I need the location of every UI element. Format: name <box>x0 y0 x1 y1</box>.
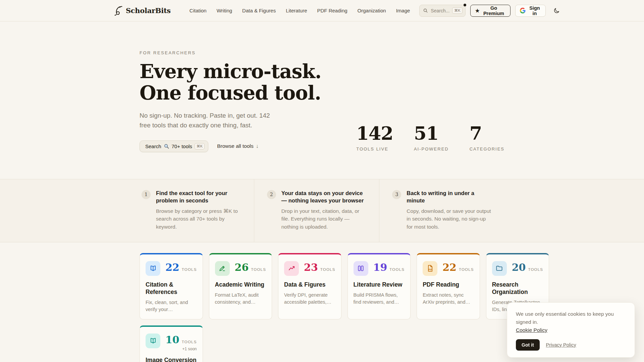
category-description: Verify DPI, generate accessible palettes… <box>284 292 335 306</box>
dark-mode-toggle[interactable] <box>553 7 560 14</box>
books-icon <box>354 261 368 276</box>
brand-logo[interactable]: ScholarBits <box>114 5 171 16</box>
hero-eyebrow: FOR RESEARCHERS <box>140 50 321 55</box>
tool-count-unit: TOOLS <box>528 267 543 272</box>
category-title: Data & Figures <box>284 281 335 289</box>
tool-count-unit: TOOLS <box>251 267 266 272</box>
nav-item-data-figures[interactable]: Data & Figures <box>242 8 276 13</box>
category-card-academic-writing[interactable]: 26 TOOLS Academic Writing Format LaTeX, … <box>209 253 272 319</box>
stat-categories: 7 CATEGORIES <box>470 124 504 152</box>
tool-count-unit: TOOLS <box>182 340 197 344</box>
category-card-data-figures[interactable]: 23 TOOLS Data & Figures Verify DPI, gene… <box>278 253 341 319</box>
category-card-image-conversion[interactable]: 10 TOOLS +1 soon Image Conversion Conver… <box>140 325 203 362</box>
pencil-icon <box>215 261 230 276</box>
category-description: Fix, clean, sort, and verify your… <box>146 299 197 313</box>
category-title: Academic Writing <box>215 281 266 289</box>
stat-ai-powered: 51 AI-POWERED <box>414 124 449 152</box>
scholarbits-logo-icon <box>114 5 123 16</box>
stat-label: AI-POWERED <box>414 146 449 152</box>
main-content: FOR RESEARCHERS Every micro-task. One fo… <box>140 21 504 152</box>
how-it-works-band: 1 Find the exact tool for your problem i… <box>0 179 644 242</box>
privacy-policy-link[interactable]: Privacy Policy <box>546 342 576 348</box>
go-premium-button[interactable]: ★ Go Premium <box>470 5 511 17</box>
category-description: Extract notes, sync ArXiv preprints, and… <box>423 292 474 306</box>
magnifier-icon <box>164 143 169 149</box>
category-card-citation-references[interactable]: 22 TOOLS Citation & References Fix, clea… <box>140 253 203 319</box>
cookie-banner: We use only essential cookies to keep yo… <box>507 302 635 358</box>
nav-item-citation[interactable]: Citation <box>190 8 207 13</box>
tool-count-unit: TOOLS <box>182 267 197 272</box>
tool-count: 10 <box>165 335 179 345</box>
hero-search-label-prefix: Search <box>145 143 161 149</box>
step-number: 3 <box>392 190 401 199</box>
folder-icon <box>492 261 507 276</box>
stat-value: 51 <box>414 124 449 142</box>
category-title: Research Organization <box>492 281 543 296</box>
hero-stats: 142 TOOLS LIVE 51 AI-POWERED 7 CATEGORIE… <box>356 124 504 152</box>
notification-dot <box>464 4 466 6</box>
browse-all-tools-link[interactable]: Browse all tools ↓ <box>217 143 259 149</box>
open-book-icon <box>146 334 160 348</box>
category-title: Literature Review <box>354 281 405 289</box>
stat-tools-live: 142 TOOLS LIVE <box>356 124 393 152</box>
hero-search-button[interactable]: Search 70+ tools ⌘K <box>140 140 208 152</box>
hero-section: FOR RESEARCHERS Every micro-task. One fo… <box>140 21 504 152</box>
go-premium-label: Go Premium <box>482 5 506 16</box>
category-description: Build PRISMA flows, find reviewers, and… <box>354 292 405 306</box>
stat-label: CATEGORIES <box>470 146 504 152</box>
step-description: Copy, download, or save your output in s… <box>407 207 493 231</box>
category-title: PDF Reading <box>423 281 474 289</box>
category-card-pdf-reading[interactable]: PDF 22 TOOLS PDF Reading Extract notes, … <box>417 253 480 319</box>
tool-count: 22 <box>165 262 179 273</box>
nav-item-writing[interactable]: Writing <box>217 8 232 13</box>
step-number: 1 <box>142 190 151 199</box>
search-placeholder: Search... <box>431 8 449 13</box>
hero-search-kbd: ⌘K <box>195 143 205 149</box>
step-description: Browse by category or press ⌘K to search… <box>156 207 243 231</box>
step-number: 2 <box>267 190 276 199</box>
hero-search-label-suffix: 70+ tools <box>172 143 192 149</box>
category-description: Format LaTeX, audit consistency, and… <box>215 292 266 306</box>
hero-headline: Every micro-task. One focused tool. <box>140 61 321 104</box>
browse-label: Browse all tools <box>217 143 254 149</box>
step-title: Your data stays on your device — nothing… <box>281 189 368 204</box>
tool-count: 26 <box>235 262 249 273</box>
search-icon <box>423 8 428 13</box>
headline-line-2: One focused tool. <box>140 81 321 104</box>
cookie-accept-button[interactable]: Got it <box>516 339 540 351</box>
tool-count-unit: TOOLS <box>459 267 474 272</box>
step-description: Drop in your text, citation, data, or fi… <box>281 207 368 231</box>
signin-label: Sign in <box>528 5 541 16</box>
nav-item-pdf-reading[interactable]: PDF Reading <box>317 8 347 13</box>
step-3: 3 Back to writing in under a minute Copy… <box>379 179 504 242</box>
stat-value: 7 <box>470 124 504 142</box>
google-signin-button[interactable]: Sign in <box>515 5 546 17</box>
nav-item-image[interactable]: Image <box>396 8 410 13</box>
category-card-literature-review[interactable]: 19 TOOLS Literature Review Build PRISMA … <box>347 253 411 319</box>
step-title: Find the exact tool for your problem in … <box>156 189 243 204</box>
stat-label: TOOLS LIVE <box>356 146 393 152</box>
open-book-icon <box>146 261 160 276</box>
pdf-file-icon: PDF <box>423 261 437 276</box>
category-title: Citation & References <box>146 281 197 296</box>
header: ScholarBits Citation Writing Data & Figu… <box>0 0 644 21</box>
google-logo-icon <box>520 8 526 13</box>
stat-value: 142 <box>356 124 393 142</box>
tool-count: 19 <box>373 262 387 273</box>
header-search-input[interactable]: Search... ⌘K <box>419 5 465 17</box>
tool-count: 23 <box>304 262 318 273</box>
star-icon: ★ <box>475 8 480 13</box>
line-chart-icon <box>284 261 299 276</box>
headline-line-1: Every micro-task. <box>140 60 321 82</box>
step-1: 1 Find the exact tool for your problem i… <box>140 179 254 242</box>
arrow-down-icon: ↓ <box>256 143 259 149</box>
hero-subtitle: No sign-up. No tracking. Paste in, get o… <box>140 111 270 130</box>
cookie-policy-link[interactable]: Cookie Policy <box>516 327 547 333</box>
category-title: Image Conversion <box>146 357 197 362</box>
tool-count: 20 <box>512 262 526 273</box>
cookie-message: We use only essential cookies to keep yo… <box>516 311 614 325</box>
step-title: Back to writing in under a minute <box>407 189 493 204</box>
nav-item-literature[interactable]: Literature <box>286 8 307 13</box>
nav-item-organization[interactable]: Organization <box>358 8 386 13</box>
search-kbd-hint: ⌘K <box>452 7 462 14</box>
